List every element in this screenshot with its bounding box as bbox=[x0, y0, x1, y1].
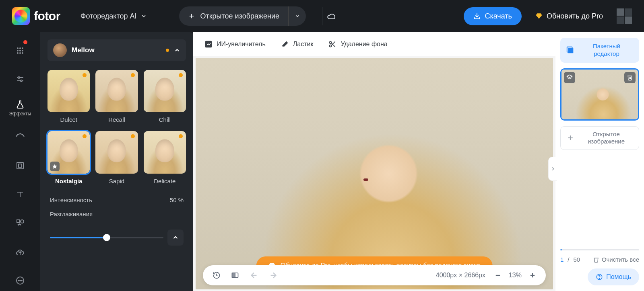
arrow-right-icon bbox=[269, 271, 278, 280]
canvas-toolbar: ИИ-увеличитель Ластик Удаление фона bbox=[193, 32, 555, 56]
svg-rect-16 bbox=[17, 162, 23, 169]
rail-beauty[interactable] bbox=[10, 127, 31, 148]
sliders-icon bbox=[15, 74, 25, 84]
smoothing-slider[interactable] bbox=[50, 237, 163, 238]
avatar-icon bbox=[617, 8, 632, 24]
grid-icon bbox=[15, 46, 25, 55]
rail-apps[interactable] bbox=[10, 40, 31, 61]
diamond-icon bbox=[535, 12, 543, 20]
svg-point-5 bbox=[22, 47, 23, 49]
effect-label: Dulcet bbox=[47, 116, 90, 123]
rail-upload[interactable] bbox=[10, 242, 31, 262]
redo-button[interactable] bbox=[267, 269, 279, 281]
svg-point-45 bbox=[599, 278, 600, 279]
svg-point-15 bbox=[21, 80, 22, 82]
open-image-dropdown[interactable] bbox=[288, 6, 306, 26]
zoom-out-button[interactable] bbox=[493, 270, 503, 281]
rail-adjust[interactable] bbox=[10, 69, 31, 90]
svg-point-13 bbox=[18, 77, 20, 78]
scroll-up-button[interactable] bbox=[167, 230, 184, 246]
svg-rect-33 bbox=[232, 273, 235, 278]
layer-thumbnail[interactable] bbox=[560, 68, 639, 121]
intensity-label: Интенсивность bbox=[50, 197, 92, 203]
effect-dulcet[interactable]: Dulcet bbox=[47, 70, 90, 123]
eye-icon bbox=[15, 132, 25, 141]
expand-right-rail[interactable] bbox=[548, 157, 557, 181]
svg-point-6 bbox=[17, 50, 19, 51]
layers-icon bbox=[566, 74, 573, 81]
svg-point-10 bbox=[19, 52, 21, 54]
open-image-card[interactable]: Открытое изображение bbox=[560, 126, 639, 150]
rail-more[interactable] bbox=[10, 271, 31, 291]
svg-point-8 bbox=[22, 50, 23, 51]
plus-icon bbox=[188, 12, 195, 20]
compare-button[interactable] bbox=[229, 270, 241, 281]
user-avatar[interactable] bbox=[617, 8, 632, 24]
mode-dropdown[interactable]: Фоторедактор AI bbox=[80, 12, 147, 20]
ai-upscaler-button[interactable]: ИИ-увеличитель bbox=[204, 40, 266, 48]
history-button[interactable] bbox=[211, 270, 222, 281]
effects-category-header[interactable]: Mellow bbox=[47, 39, 186, 61]
rail-text[interactable] bbox=[10, 184, 31, 205]
cloud-upload-icon bbox=[15, 247, 25, 257]
upgrade-label: Обновить до Pro bbox=[547, 12, 603, 20]
page-total: 50 bbox=[574, 256, 580, 263]
arrow-left-icon bbox=[250, 271, 258, 280]
effect-delicate[interactable]: Delicate bbox=[144, 131, 186, 184]
cloud-button[interactable] bbox=[322, 7, 341, 25]
svg-point-22 bbox=[18, 280, 19, 281]
rail-effects[interactable]: Эффекты bbox=[10, 98, 31, 119]
svg-point-27 bbox=[330, 41, 332, 43]
open-image-button[interactable]: Открытое изображение bbox=[179, 12, 288, 20]
plus-icon bbox=[529, 272, 536, 279]
clear-all-label: Очистить все bbox=[602, 256, 639, 263]
canvas-area: ИИ-увеличитель Ластик Удаление фона Обно… bbox=[193, 32, 555, 291]
layers-button[interactable] bbox=[564, 72, 575, 83]
upgrade-button[interactable]: Обновить до Pro bbox=[530, 8, 609, 25]
svg-point-23 bbox=[20, 280, 21, 281]
effect-nostalgia[interactable]: Nostalgia bbox=[47, 131, 90, 184]
brand[interactable]: fotor bbox=[12, 7, 60, 25]
history-icon bbox=[213, 271, 221, 279]
undo-button[interactable] bbox=[248, 269, 260, 281]
bg-remove-button[interactable]: Удаление фона bbox=[328, 40, 387, 48]
chevron-up-icon bbox=[172, 234, 179, 241]
slider-handle[interactable] bbox=[103, 234, 110, 241]
effects-panel: Mellow Dulcet Recall Chill bbox=[40, 32, 193, 291]
page-separator: / bbox=[568, 256, 569, 263]
chevron-down-icon bbox=[295, 13, 300, 19]
intensity-value: 50 % bbox=[170, 197, 184, 203]
smoothing-label: Разглаживания bbox=[50, 211, 93, 217]
effect-chill[interactable]: Chill bbox=[144, 70, 186, 123]
svg-marker-41 bbox=[567, 75, 572, 78]
chevron-up-icon bbox=[174, 47, 180, 53]
bg-remove-label: Удаление фона bbox=[341, 41, 387, 48]
canvas-dimensions: 4000px × 2666px bbox=[436, 272, 485, 279]
favorite-button[interactable] bbox=[50, 162, 60, 171]
chevron-down-icon bbox=[140, 13, 147, 19]
eraser-icon bbox=[281, 40, 289, 48]
ai-upscaler-label: ИИ-увеличитель bbox=[217, 41, 266, 48]
download-label: Скачать bbox=[485, 12, 512, 20]
svg-point-7 bbox=[19, 50, 21, 51]
mode-label: Фоторедактор AI bbox=[80, 12, 137, 20]
clear-all-button[interactable]: Очистить все bbox=[593, 256, 639, 263]
delete-layer-button[interactable] bbox=[624, 72, 636, 83]
collapse-category[interactable] bbox=[174, 47, 180, 53]
help-button[interactable]: Помощь bbox=[588, 268, 639, 285]
eraser-button[interactable]: Ластик bbox=[281, 40, 314, 48]
rail-frames[interactable] bbox=[10, 155, 31, 176]
effect-recall[interactable]: Recall bbox=[95, 70, 138, 123]
batch-editor-button[interactable]: Пакетный редактор bbox=[560, 38, 639, 63]
shapes-icon bbox=[15, 218, 25, 228]
svg-point-4 bbox=[19, 47, 21, 49]
upscale-icon bbox=[204, 40, 213, 48]
canvas-image[interactable] bbox=[196, 58, 553, 289]
rail-elements[interactable] bbox=[10, 213, 31, 234]
zoom-in-button[interactable] bbox=[527, 270, 538, 281]
download-button[interactable]: Скачать bbox=[464, 7, 522, 25]
effect-sapid[interactable]: Sapid bbox=[95, 131, 138, 184]
svg-point-11 bbox=[22, 52, 23, 54]
scissors-icon bbox=[328, 40, 336, 48]
brand-name: fotor bbox=[34, 9, 60, 23]
